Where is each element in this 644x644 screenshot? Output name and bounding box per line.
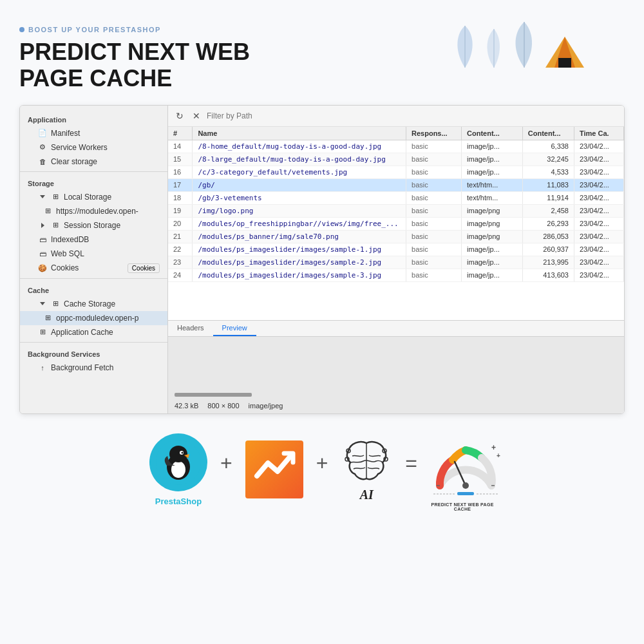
cell-time: 23/04/2... — [574, 217, 623, 230]
cell-name: /modules/ps_imageslider/images/sample-3.… — [193, 269, 406, 281]
cell-time: 23/04/2... — [574, 269, 623, 281]
sidebar-item-application-cache[interactable]: ⊞ Application Cache — [20, 325, 167, 339]
sidebar-item-cookies[interactable]: 🍪 Cookies Cookies — [20, 261, 167, 276]
toolbar: ↻ ✕ — [168, 106, 624, 127]
cell-response: basic — [406, 243, 462, 256]
db-icon-websql: 🗃 — [38, 249, 47, 258]
cell-content1: image/jp... — [462, 166, 523, 178]
boost-text: BOOST UP YOUR PRESTASHOP — [28, 26, 161, 33]
trash-icon: 🗑 — [38, 157, 47, 166]
prestashop-logo — [149, 433, 207, 491]
cell-response: basic — [406, 217, 462, 230]
cell-content2: 6,338 — [522, 140, 574, 153]
cell-content2: 26,293 — [522, 217, 574, 230]
sidebar-item-session-storage[interactable]: ⊞ Session Storage — [20, 218, 167, 232]
cell-name: /c/3-category_default/vetements.jpg — [193, 166, 406, 178]
cell-content1: text/htm... — [462, 178, 523, 191]
cell-num: 17 — [168, 178, 193, 191]
sidebar-item-local-storage[interactable]: ⊞ Local Storage — [20, 190, 167, 204]
cell-content2: 286,053 — [522, 230, 574, 243]
preview-scrollbar[interactable] — [175, 393, 252, 397]
cell-response: basic — [406, 166, 462, 178]
sidebar-item-indexeddb[interactable]: 🗃 IndexedDB — [20, 232, 167, 247]
svg-point-17 — [462, 482, 469, 489]
cell-response: basic — [406, 140, 462, 153]
cache-table: # Name Respons... Content... Content... … — [168, 127, 624, 282]
cell-num: 22 — [168, 243, 193, 256]
sidebar-section-application: Application — [20, 111, 167, 126]
sidebar-item-manifest[interactable]: 📄 Manifest — [20, 126, 167, 140]
table-row[interactable]: 21 /modules/ps_banner/img/sale70.png bas… — [168, 230, 624, 243]
cell-response: basic — [406, 256, 462, 269]
tent-icon — [544, 35, 586, 71]
cell-num: 16 — [168, 166, 193, 178]
table-row[interactable]: 14 /8-home_default/mug-today-is-a-good-d… — [168, 140, 624, 153]
table-row[interactable]: 19 /img/logo.png basic image/png 2,458 2… — [168, 204, 624, 217]
sidebar-divider-1 — [20, 171, 167, 172]
sidebar-item-background-fetch[interactable]: ↑ Background Fetch — [20, 361, 167, 375]
brain-icon — [341, 437, 392, 485]
cell-name: /modules/op_freeshippingbar//views/img/f… — [193, 217, 406, 230]
sidebar: Application 📄 Manifest ⚙ Service Workers… — [20, 106, 168, 413]
cookies-button[interactable]: Cookies — [128, 263, 160, 273]
sidebar-divider-2 — [20, 278, 167, 279]
cookie-icon: 🍪 — [38, 263, 47, 272]
doc-icon: 📄 — [38, 129, 47, 138]
leaf-icon-3 — [511, 19, 538, 71]
sidebar-item-clear-storage[interactable]: 🗑 Clear storage — [20, 155, 167, 169]
refresh-button[interactable]: ↻ — [173, 109, 186, 122]
table-row[interactable]: 18 /gb/3-vetements basic text/htm... 11,… — [168, 191, 624, 204]
sidebar-item-websql[interactable]: 🗃 Web SQL — [20, 247, 167, 261]
col-header-content2: Content... — [522, 127, 574, 140]
svg-point-11 — [181, 451, 183, 453]
svg-text:+: + — [491, 443, 496, 452]
table-row[interactable]: 23 /modules/ps_imageslider/images/sample… — [168, 256, 624, 269]
sidebar-item-local-storage-url[interactable]: ⊞ https://moduledev.open- — [20, 204, 167, 218]
prestashop-label: PrestaShop — [155, 497, 202, 506]
cell-content1: image/jp... — [462, 256, 523, 269]
cell-content2: 413,603 — [522, 269, 574, 281]
db-icon-indexed: 🗃 — [38, 235, 47, 244]
filter-input[interactable] — [207, 111, 619, 120]
cell-content1: image/png — [462, 204, 523, 217]
preview-type: image/jpeg — [249, 402, 283, 410]
sidebar-item-cache-storage-url[interactable]: ⊞ oppc-moduledev.open-p — [20, 311, 167, 325]
cell-response: basic — [406, 178, 462, 191]
grid-icon-session: ⊞ — [51, 221, 60, 230]
table-row[interactable]: 24 /modules/ps_imageslider/images/sample… — [168, 269, 624, 281]
sidebar-section-storage: Storage — [20, 175, 167, 190]
cell-content1: image/jp... — [462, 140, 523, 153]
cell-time: 23/04/2... — [574, 230, 623, 243]
tab-preview[interactable]: Preview — [213, 321, 256, 336]
table-body: 14 /8-home_default/mug-today-is-a-good-d… — [168, 140, 624, 281]
table-row[interactable]: 22 /modules/ps_imageslider/images/sample… — [168, 243, 624, 256]
sidebar-item-service-workers[interactable]: ⚙ Service Workers — [20, 140, 167, 155]
data-table[interactable]: # Name Respons... Content... Content... … — [168, 127, 624, 320]
page-wrapper: BOOST UP YOUR PRESTASHOP PREDICT NEXT WE… — [0, 0, 644, 644]
cell-name: /gb/3-vetements — [193, 191, 406, 204]
cell-time: 23/04/2... — [574, 140, 623, 153]
table-row[interactable]: 20 /modules/op_freeshippingbar//views/im… — [168, 217, 624, 230]
devtools-panel: Application 📄 Manifest ⚙ Service Workers… — [19, 105, 625, 414]
cell-content2: 11,914 — [522, 191, 574, 204]
cell-time: 23/04/2... — [574, 256, 623, 269]
clear-button[interactable]: ✕ — [190, 109, 203, 122]
cell-time: 23/04/2... — [574, 191, 623, 204]
operator-plus-2: + — [316, 451, 328, 475]
gauge-item: + + PREDICT NEXT WEB PAGE CACHE — [430, 437, 495, 502]
cell-num: 15 — [168, 153, 193, 166]
campaign-item — [245, 440, 303, 498]
col-header-num: # — [168, 127, 193, 140]
sidebar-item-cache-storage[interactable]: ⊞ Cache Storage — [20, 297, 167, 311]
tab-headers[interactable]: Headers — [168, 321, 213, 336]
grid-icon-cache: ⊞ — [51, 299, 60, 308]
table-row[interactable]: 17 /gb/ basic text/htm... 11,083 23/04/2… — [168, 178, 624, 191]
grid-icon-local-url: ⊞ — [43, 207, 52, 216]
cell-num: 24 — [168, 269, 193, 281]
triangle-down-icon-cache — [38, 299, 47, 308]
table-row[interactable]: 16 /c/3-category_default/vetements.jpg b… — [168, 166, 624, 178]
leaf-icon-2 — [484, 27, 504, 71]
cell-content1: image/jp... — [462, 243, 523, 256]
table-row[interactable]: 15 /8-large_default/mug-today-is-a-good-… — [168, 153, 624, 166]
cell-name: /gb/ — [193, 178, 406, 191]
